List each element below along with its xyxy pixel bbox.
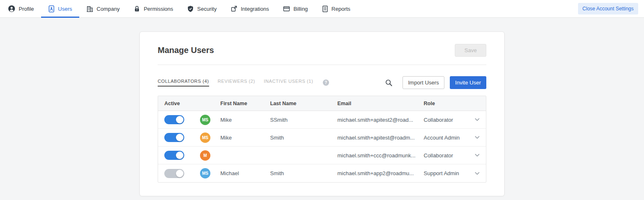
close-account-settings-button[interactable]: Close Account Settings [578, 3, 638, 14]
table-row: MS Mike SSmith michael.smith+apitest2@ro… [158, 111, 486, 129]
active-toggle[interactable] [164, 151, 184, 160]
row-expand-button[interactable] [472, 172, 486, 175]
active-toggle[interactable] [164, 133, 184, 142]
header-first-name: First Name [220, 101, 270, 106]
nav-spacer [357, 0, 578, 17]
table-row: MS Michael Smith michael.smith+app2@road… [158, 164, 486, 182]
search-icon [385, 79, 393, 87]
credit-card-icon [283, 5, 290, 12]
table-row: MS Mike Smith michael.smith+apitest@road… [158, 129, 486, 147]
invite-user-button[interactable]: Invite User [450, 76, 486, 89]
header-role: Role [424, 101, 472, 106]
row-expand-button[interactable] [472, 154, 486, 157]
active-cell: MS [158, 133, 220, 143]
row-expand-button[interactable] [472, 136, 486, 139]
role-cell: Collaborator [424, 117, 472, 123]
email-cell: michael.smith+ccc@roadmunk... [337, 152, 424, 159]
nav-item-security[interactable]: Security [180, 0, 224, 17]
active-toggle[interactable] [164, 169, 184, 178]
profile-icon [8, 5, 15, 12]
nav-item-profile[interactable]: Profile [1, 0, 41, 17]
save-button[interactable]: Save [455, 44, 486, 57]
nav-item-label: Profile [19, 6, 34, 12]
users-icon [48, 5, 55, 12]
nav-item-label: Company [97, 6, 120, 12]
account-settings-nav: Profile Users Company [0, 0, 644, 18]
users-table: Active First Name Last Name Email Role M… [158, 96, 486, 183]
avatar: M [200, 150, 210, 161]
role-cell: Collaborator [424, 152, 472, 159]
header-last-name: Last Name [270, 101, 337, 106]
chevron-down-icon [475, 136, 480, 139]
nav-item-integrations[interactable]: Integrations [224, 0, 276, 17]
shield-icon [187, 5, 194, 12]
users-toolbar: COLLABORATORS (4) REVIEWERS (2) INACTIVE… [158, 65, 486, 96]
company-icon [86, 5, 93, 12]
last-name-cell: Smith [270, 135, 337, 141]
first-name-cell: Michael [220, 170, 270, 176]
active-cell: MS [158, 115, 220, 125]
table-row: M michael.smith+ccc@roadmunk... Collabor… [158, 147, 486, 164]
tab-collaborators[interactable]: COLLABORATORS (4) [158, 79, 209, 87]
search-button[interactable] [385, 79, 393, 87]
active-cell: M [158, 150, 220, 161]
chevron-down-icon [475, 172, 480, 175]
nav-item-label: Users [58, 6, 72, 12]
nav-item-label: Billing [293, 6, 308, 12]
row-expand-button[interactable] [472, 118, 486, 121]
table-header-row: Active First Name Last Name Email Role [158, 96, 486, 111]
avatar: MS [200, 168, 210, 178]
toggle-knob [176, 134, 183, 141]
nav-item-reports[interactable]: Reports [315, 0, 358, 17]
role-cell: Support Admin [424, 170, 472, 176]
lock-icon [134, 5, 140, 12]
first-name-cell: Mike [220, 117, 270, 123]
last-name-cell: SSmith [270, 117, 337, 123]
card-header: Manage Users Save [158, 32, 486, 65]
active-toggle[interactable] [164, 115, 184, 124]
last-name-cell: Smith [270, 170, 337, 176]
nav-item-billing[interactable]: Billing [276, 0, 315, 17]
reports-icon [322, 5, 328, 12]
nav-item-users[interactable]: Users [41, 0, 79, 17]
page-title: Manage Users [158, 46, 214, 55]
integrations-icon [231, 5, 237, 12]
toggle-knob [176, 170, 183, 177]
manage-users-card: Manage Users Save COLLABORATORS (4) REVI… [139, 31, 505, 196]
active-cell: MS [158, 168, 220, 178]
first-name-cell: Mike [220, 135, 270, 141]
header-email: Email [337, 101, 424, 106]
tab-inactive-users[interactable]: INACTIVE USERS (1) [264, 79, 313, 87]
nav-item-company[interactable]: Company [79, 0, 127, 17]
toggle-knob [176, 116, 183, 123]
toggle-knob [176, 152, 183, 159]
avatar: MS [200, 133, 210, 143]
email-cell: michael.smith+app2@roadmu... [337, 170, 424, 176]
email-cell: michael.smith+apitest2@road... [337, 117, 424, 123]
avatar: MS [200, 115, 210, 125]
nav-item-label: Reports [332, 6, 351, 12]
chevron-down-icon [475, 118, 480, 121]
email-cell: michael.smith+apitest@roadm... [337, 135, 424, 141]
chevron-down-icon [475, 154, 480, 157]
help-icon[interactable]: ? [323, 80, 329, 86]
header-active: Active [158, 101, 220, 106]
role-cell: Account Admin [424, 135, 472, 141]
import-users-button[interactable]: Import Users [402, 76, 444, 89]
nav-item-label: Integrations [241, 6, 269, 12]
nav-item-label: Permissions [144, 6, 173, 12]
nav-item-label: Security [197, 6, 217, 12]
user-table-body: MS Mike SSmith michael.smith+apitest2@ro… [158, 111, 486, 182]
tab-reviewers[interactable]: REVIEWERS (2) [218, 79, 255, 87]
nav-item-permissions[interactable]: Permissions [127, 0, 180, 17]
